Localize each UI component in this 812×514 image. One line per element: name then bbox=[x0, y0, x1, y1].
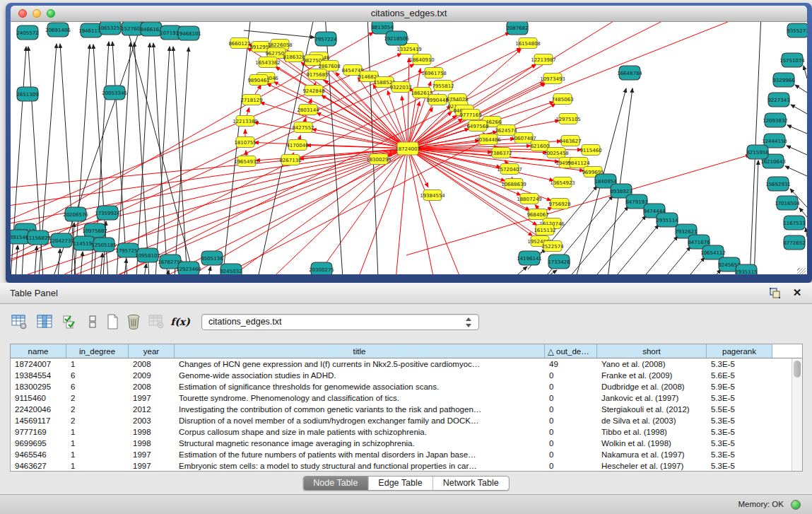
graph-node-label: 8215958 bbox=[746, 150, 768, 156]
table-cell: 2008 bbox=[129, 381, 175, 392]
table-row[interactable]: 911546021997Tourette syndrome. Phenomeno… bbox=[11, 392, 802, 404]
table-row[interactable]: 969969511998Structural magnetic resonanc… bbox=[11, 438, 802, 449]
graph-node-label: 9463627 bbox=[559, 139, 581, 144]
graph-node-label: 20206576 bbox=[63, 212, 88, 218]
graph-node-label: 2803144 bbox=[297, 107, 319, 113]
import-table-icon[interactable] bbox=[147, 313, 165, 331]
table-cell: 0 bbox=[545, 449, 597, 460]
tab-edge-table[interactable]: Edge Table bbox=[368, 477, 433, 490]
table-row[interactable]: 1830029562008Estimation of significance … bbox=[11, 381, 802, 392]
graph-edge bbox=[136, 43, 150, 274]
table-cell: Disruption of a novel member of a sodium… bbox=[175, 415, 545, 426]
graph-node-label: 16543362 bbox=[255, 60, 281, 66]
column-header-name[interactable]: name bbox=[11, 344, 66, 358]
graph-node-label: 18226058 bbox=[267, 42, 293, 48]
graph-node-label: 14196141 bbox=[517, 256, 542, 262]
graph-edge bbox=[535, 270, 557, 274]
graph-node-label: 19468101 bbox=[176, 31, 201, 37]
table-cell: 5.3E-5 bbox=[707, 358, 772, 370]
show-columns-icon[interactable] bbox=[35, 313, 54, 331]
graph-node-label: 2935114 bbox=[656, 218, 678, 223]
table-cell: 19384554 bbox=[11, 370, 66, 381]
graph-edge bbox=[81, 252, 83, 274]
float-panel-icon[interactable] bbox=[768, 286, 781, 299]
column-header-title[interactable]: title bbox=[175, 344, 545, 358]
graph-node-label: 2935115 bbox=[735, 269, 757, 275]
row-height-icon[interactable] bbox=[83, 313, 102, 331]
graph-node-label: 19384554 bbox=[420, 193, 445, 199]
graph-edge bbox=[175, 47, 189, 274]
table-cell: 5.3E-5 bbox=[707, 449, 772, 460]
network-view: 1872400786601238912954182260589627509818… bbox=[11, 22, 807, 274]
graph-node-label: 12042737 bbox=[49, 238, 74, 244]
table-cell: 1 bbox=[66, 358, 129, 370]
graph-edge bbox=[505, 267, 527, 274]
vertical-scrollbar[interactable] bbox=[792, 358, 802, 471]
graph-node-label: 11156829 bbox=[25, 235, 51, 241]
graph-edge bbox=[223, 22, 251, 274]
column-header-short[interactable]: short bbox=[597, 344, 707, 358]
graph-node-label: 9329966 bbox=[772, 78, 795, 83]
graph-edge bbox=[367, 22, 378, 274]
column-header-out_de[interactable]: △ out_de… bbox=[545, 344, 597, 358]
node-table: namein_degreeyeartitle△ out_de…shortpage… bbox=[10, 344, 803, 472]
table-cell: Estimation of significance thresholds fo… bbox=[175, 381, 545, 392]
graph-node-label: 10025458 bbox=[543, 151, 569, 156]
table-row[interactable]: 946554611997Estimation of the future num… bbox=[11, 449, 802, 460]
graph-node-label: 13325419 bbox=[396, 47, 422, 52]
graph-node-label: 7957224 bbox=[314, 37, 337, 42]
graph-edge bbox=[577, 216, 646, 274]
graph-node-label: 18300295 bbox=[366, 157, 392, 163]
table-cell: 14569117 bbox=[11, 415, 66, 426]
graph-node-label: 8186328 bbox=[283, 54, 305, 60]
dropdown-stepper-icon bbox=[466, 317, 472, 327]
scrollbar-thumb[interactable] bbox=[794, 361, 801, 378]
table-row[interactable]: 1872400712008Changes of HCN gene express… bbox=[11, 358, 802, 370]
table-row[interactable]: 2242004622012Investigating the contribut… bbox=[11, 404, 802, 415]
column-header-year[interactable]: year bbox=[129, 344, 175, 358]
graph-node-label: 12213389 bbox=[233, 119, 258, 124]
graph-node-label: 7932621 bbox=[675, 229, 697, 235]
graph-node-label: 20364486 bbox=[476, 137, 501, 143]
graph-edge bbox=[16, 245, 18, 274]
graph-node-label: 4170046 bbox=[286, 143, 309, 148]
graph-edge bbox=[153, 43, 167, 274]
table-row[interactable]: 977716911998Corpus callosum shape and si… bbox=[11, 426, 802, 438]
network-canvas[interactable]: 1872400786601238912954182260589627509818… bbox=[11, 22, 807, 274]
delete-table-icon[interactable] bbox=[124, 313, 143, 331]
graph-node-label: 8660123 bbox=[228, 41, 250, 47]
table-cell: 5.3E-5 bbox=[707, 460, 772, 472]
table-cell: Yano et al. (2008) bbox=[597, 358, 707, 370]
graph-node-label: 7955812 bbox=[432, 83, 454, 89]
resize-grip[interactable] bbox=[797, 268, 806, 274]
new-table-icon[interactable] bbox=[103, 313, 122, 331]
graph-edge bbox=[791, 105, 807, 114]
table-cell: 0 bbox=[545, 370, 597, 381]
table-cell: 5.3E-5 bbox=[707, 415, 772, 426]
tab-network-table[interactable]: Network Table bbox=[433, 477, 509, 490]
table-cell: 6 bbox=[66, 370, 129, 381]
tab-node-table[interactable]: Node Table bbox=[303, 477, 368, 490]
table-selector-dropdown[interactable]: citations_edges.txt bbox=[201, 314, 479, 330]
table-settings-icon[interactable] bbox=[10, 313, 28, 331]
column-header-pagerank[interactable]: pagerank bbox=[707, 344, 772, 358]
graph-edge bbox=[787, 146, 807, 155]
graph-edge bbox=[208, 267, 211, 274]
column-header-in_degree[interactable]: in_degree bbox=[66, 344, 129, 358]
table-row[interactable]: 946362711997Embryonic stem cells: a mode… bbox=[11, 460, 802, 472]
close-panel-icon[interactable]: ✕ bbox=[791, 286, 804, 299]
graph-node-label: 8427552 bbox=[292, 125, 314, 131]
table-row[interactable]: 1456911722003Disruption of a novel membe… bbox=[11, 415, 802, 426]
graph-node-label: 2087682 bbox=[506, 25, 528, 31]
network-window-titlebar[interactable]: citations_edges.txt bbox=[11, 6, 807, 22]
table-row[interactable]: 1938455462009Genome-wide association stu… bbox=[11, 370, 802, 381]
table-cell: Wolkin et al. (1998) bbox=[597, 438, 707, 449]
memory-indicator-icon[interactable] bbox=[791, 500, 801, 510]
select-rows-icon[interactable] bbox=[61, 313, 79, 331]
graph-node-label: 8267130 bbox=[279, 158, 301, 163]
function-builder-icon[interactable]: f(x) bbox=[171, 313, 189, 331]
table-cell: 0 bbox=[545, 415, 597, 426]
graph-edge bbox=[408, 22, 746, 148]
graph-edge bbox=[244, 30, 314, 37]
table-cell: 5.3E-5 bbox=[707, 438, 772, 449]
